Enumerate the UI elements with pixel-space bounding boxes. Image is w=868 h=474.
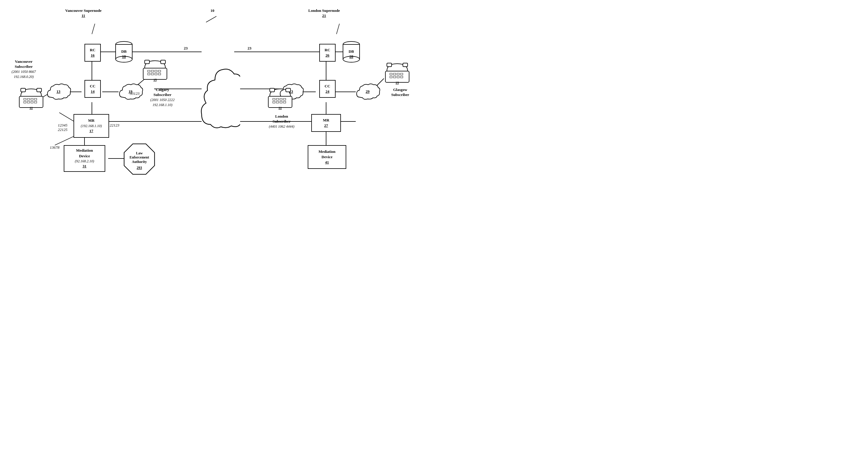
svg-text:293: 293: [137, 166, 142, 170]
vancouver-subscriber-label: VancouverSubscriber (2001 1050 8667192.1…: [3, 59, 44, 79]
svg-text:25: 25: [396, 81, 399, 84]
svg-text:Authority: Authority: [132, 160, 147, 164]
london-supernode-label: London Supernode 21: [308, 8, 340, 19]
svg-text:18: 18: [122, 54, 126, 59]
svg-text:28: 28: [349, 54, 354, 59]
ref-22123: 22123: [110, 123, 120, 128]
svg-line-1: [92, 24, 95, 34]
svg-line-0: [206, 16, 216, 22]
vancouver-supernode-label: Vancouver Supernode 11: [65, 8, 101, 19]
cc-24-box: CC 24: [319, 80, 336, 98]
svg-text:DB: DB: [349, 49, 354, 54]
svg-rect-85: [403, 63, 408, 67]
ref-22125: 22125: [58, 127, 68, 132]
ref-33123: 33123: [130, 91, 140, 96]
svg-text:Enforcement: Enforcement: [129, 155, 149, 159]
phone-25: 25: [384, 61, 410, 84]
ref-13678: 13678: [50, 145, 60, 150]
svg-text:DB: DB: [121, 49, 127, 54]
diagram-ref-10: 10: [211, 8, 214, 13]
phone-12: 12: [18, 86, 44, 110]
svg-rect-37: [37, 88, 41, 92]
internet-cloud: [198, 59, 240, 130]
cc-14-box: CC 14: [85, 80, 101, 98]
line-ref-23-left: 23: [184, 46, 188, 51]
mr-27-box: MR 27: [311, 114, 341, 132]
svg-rect-36: [21, 88, 26, 92]
glasgow-subscriber-label: GlasgowSubscriber: [381, 88, 420, 98]
svg-line-2: [337, 24, 339, 34]
cloud-13: 13: [46, 82, 71, 102]
lea-293: Law Enforcement Authority 293: [123, 143, 156, 175]
svg-text:Law: Law: [136, 151, 143, 155]
line-ref-23-right: 23: [248, 46, 251, 51]
mediation-device-31-box: MediationDevice (92.168.2.10) 31: [64, 145, 105, 172]
phone-22: 22: [267, 86, 293, 110]
svg-rect-72: [270, 88, 275, 92]
diagram: 10 Vancouver Supernode 11 London Superno…: [0, 0, 434, 237]
svg-text:15: 15: [154, 78, 157, 81]
london-subscriber-label: LondonSubscriber (4401 1062 4444): [258, 114, 305, 129]
rc-16-box: RC 16: [85, 44, 101, 62]
svg-rect-73: [286, 88, 290, 92]
phone-15: 15: [142, 58, 168, 81]
svg-line-26: [59, 112, 74, 122]
svg-rect-84: [387, 63, 392, 67]
svg-text:13: 13: [57, 89, 61, 94]
rc-26-box: RC 26: [319, 44, 336, 62]
mediation-device-41-box: MediationDevice 41: [308, 145, 346, 169]
db-18: DB 18: [115, 41, 133, 63]
calgary-subscriber-label: CalgarySubscriber (2001 1050 2222192.168…: [139, 88, 186, 107]
svg-text:12: 12: [30, 106, 33, 110]
db-28: DB 28: [342, 41, 360, 63]
svg-rect-49: [161, 60, 165, 64]
svg-text:22: 22: [279, 106, 282, 110]
svg-text:29: 29: [366, 89, 370, 94]
mr-17-box: MR (192.168.1.10) 17: [73, 114, 109, 138]
cloud-29: 29: [355, 82, 380, 102]
svg-rect-48: [145, 60, 149, 64]
